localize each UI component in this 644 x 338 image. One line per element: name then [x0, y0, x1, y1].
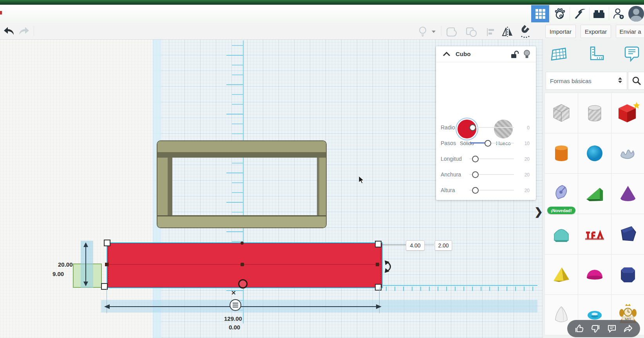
slider-value: 20 — [518, 172, 530, 178]
slider-knob[interactable] — [485, 140, 491, 147]
category-select-label: Formas básicas — [550, 78, 627, 84]
ungroup-button[interactable] — [465, 27, 478, 38]
shape-cilindro[interactable] — [545, 133, 578, 174]
scribble-text-icon — [618, 143, 638, 164]
ruler-tool-icon[interactable] — [587, 45, 604, 63]
slider-value: 20 — [518, 188, 530, 193]
width-dimension-value[interactable]: 129.00 — [224, 315, 242, 322]
collaborate-button[interactable] — [610, 5, 628, 22]
avatar-silhouette-icon — [628, 6, 644, 22]
origin-dimension-value[interactable]: 0.00 — [229, 324, 240, 331]
shape-prisma-hexagonal[interactable] — [611, 254, 644, 295]
elevation-dimension-value[interactable]: 9.00 — [52, 271, 64, 277]
slider-label: Altura — [441, 187, 455, 193]
snap-magnet-button[interactable] — [519, 24, 533, 38]
category-select[interactable]: Formas básicas — [546, 72, 627, 90]
nav-separator — [570, 7, 570, 20]
redo-button[interactable] — [17, 26, 31, 37]
paraboloid-icon — [551, 305, 572, 325]
sim-lab-button[interactable] — [551, 5, 569, 22]
center-handle[interactable] — [241, 263, 244, 266]
new-feature-badge: ¡Novedad! — [547, 207, 575, 214]
shape-poligono[interactable] — [611, 214, 644, 254]
shape-esfera[interactable] — [578, 133, 611, 174]
align-button[interactable] — [486, 27, 496, 37]
resize-handle-top-right[interactable] — [375, 241, 382, 247]
sphere-icon — [584, 143, 605, 164]
gap-dimension-pill[interactable]: 2.00 — [435, 240, 452, 251]
frame-shape-object[interactable] — [157, 140, 327, 228]
slider-label: Anchura — [441, 171, 461, 178]
profile-avatar[interactable] — [628, 6, 644, 22]
slider-knob[interactable] — [469, 124, 476, 131]
frame-right-wall — [317, 158, 326, 215]
minecraft-view-button[interactable] — [570, 5, 588, 22]
frame-bottom-wall — [157, 215, 326, 228]
workplane-tool-icon[interactable] — [550, 46, 568, 63]
width-dimension-arrow[interactable] — [104, 303, 382, 310]
export-button[interactable]: Exportar — [581, 25, 611, 38]
hemisphere-icon — [584, 264, 605, 285]
import-button[interactable]: Importar — [545, 25, 576, 38]
undo-button[interactable] — [2, 26, 16, 37]
shape-search-button[interactable] — [628, 72, 644, 90]
shape-piramide[interactable] — [545, 254, 578, 295]
polygon-icon — [618, 224, 638, 244]
thumbs-down-icon[interactable] — [590, 323, 601, 334]
light-settings-button[interactable] — [418, 26, 428, 38]
hole-material-button[interactable] — [494, 120, 513, 138]
snap-dimension-pill[interactable]: 4.00 — [406, 240, 425, 251]
design-view-button[interactable] — [531, 5, 549, 22]
bulb-icon[interactable] — [523, 49, 531, 60]
ruler-drag-handle[interactable] — [230, 299, 241, 311]
height-dimension-arrow[interactable] — [81, 242, 90, 287]
rotate-handle-right-icon[interactable] — [384, 259, 396, 274]
shape-caja-hueca[interactable] — [545, 93, 578, 133]
slider-knob[interactable] — [472, 171, 479, 178]
pen-nib-icon — [551, 184, 572, 204]
resize-handle-bottom-right[interactable] — [375, 284, 382, 291]
notes-tool-icon[interactable] — [624, 45, 640, 63]
inspector-header: Cubo — [436, 46, 536, 62]
slider-track[interactable] — [469, 127, 514, 128]
bricks-view-button[interactable] — [590, 5, 608, 22]
slider-knob[interactable] — [472, 156, 479, 162]
callout-line — [382, 245, 406, 245]
video-reaction-bar — [567, 320, 640, 337]
header-left-marker — [0, 11, 2, 15]
edge-handle-left[interactable] — [105, 263, 109, 266]
shape-techo-redondeado[interactable] — [545, 214, 578, 254]
light-dropdown-caret[interactable] — [432, 31, 436, 33]
shape-texto[interactable] — [578, 214, 611, 254]
comment-icon[interactable] — [607, 323, 617, 334]
search-icon — [632, 76, 641, 85]
resize-handle-top-left[interactable] — [104, 240, 110, 246]
grid-icon — [535, 9, 545, 19]
shape-texto-garabato[interactable] — [611, 133, 644, 174]
unlock-icon[interactable] — [510, 50, 519, 59]
panel-expand-chevron[interactable]: ❯ — [534, 206, 543, 218]
edge-handle-top[interactable] — [241, 242, 244, 245]
edge-handle-right[interactable] — [376, 263, 379, 266]
video-progress-bar[interactable] — [0, 0, 644, 5]
shape-caja[interactable] — [611, 93, 644, 133]
group-button[interactable] — [446, 27, 458, 38]
ruler-close-icon[interactable]: ✕ — [231, 289, 236, 296]
collapse-chevron-icon[interactable] — [442, 51, 451, 57]
thumbs-up-icon[interactable] — [574, 323, 584, 334]
shape-semiesfera[interactable] — [578, 254, 611, 295]
mid-edge-line — [109, 264, 380, 265]
mirror-button[interactable] — [501, 26, 514, 38]
slider-knob[interactable] — [472, 187, 479, 194]
share-icon[interactable] — [623, 323, 633, 334]
hollow-cylinder-icon — [584, 103, 605, 123]
height-dimension-value[interactable]: 20.00 — [58, 261, 73, 268]
shape-cono[interactable] — [611, 173, 644, 214]
rotate-handle-bottom[interactable] — [238, 279, 248, 289]
text-shape-icon — [584, 224, 606, 244]
cone-icon — [618, 184, 638, 204]
right-face-edge — [380, 245, 381, 285]
shape-cilindro-hueco[interactable] — [578, 93, 611, 133]
send-to-button[interactable]: Enviar a — [616, 25, 644, 38]
shape-techo[interactable] — [578, 173, 611, 214]
